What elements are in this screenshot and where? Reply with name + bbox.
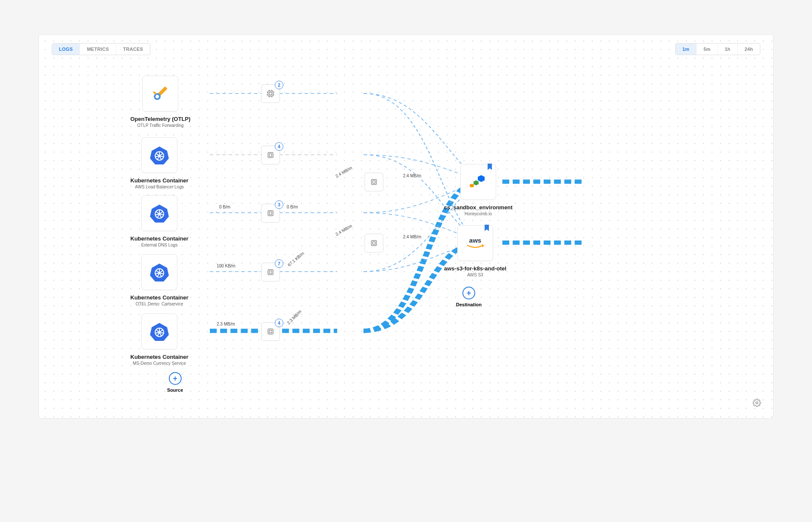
dest-title: cs_sandbox_environment (444, 204, 512, 211)
source-node[interactable]: OpenTelemetry (OTLP)OTLP Traffic Forward… (130, 76, 191, 128)
tab-metrics[interactable]: METRICS (79, 44, 116, 55)
svg-rect-63 (371, 240, 377, 246)
aggregator-node[interactable] (365, 234, 383, 252)
processor-badge: 2 (275, 81, 283, 89)
processor-node[interactable]: 7 (261, 263, 280, 282)
svg-rect-55 (268, 211, 273, 216)
source-title: Kubernetes Container (130, 354, 188, 360)
svg-rect-57 (268, 270, 273, 275)
processor-badge: 4 (275, 319, 283, 327)
svg-marker-67 (470, 184, 474, 188)
svg-rect-64 (373, 242, 375, 244)
edge-label: 2.3 MB/m (216, 322, 236, 326)
processor-node[interactable]: 4 (261, 146, 280, 164)
edge-label: 0 B/m (218, 205, 231, 209)
tab-traces[interactable]: TRACES (116, 44, 150, 55)
timerange-24h[interactable]: 24h (737, 44, 760, 55)
timerange-1m[interactable]: 1m (676, 44, 697, 55)
svg-rect-56 (269, 212, 272, 214)
kubernetes-icon (149, 321, 170, 342)
processor-badge: 4 (275, 142, 283, 151)
svg-rect-59 (268, 329, 273, 334)
timerange-tabs: 1m5m1h24h (675, 43, 760, 55)
add-source[interactable]: + Source (167, 372, 183, 393)
kubernetes-icon (149, 262, 170, 282)
aws-icon: aws (464, 235, 487, 251)
edge-label: 2.4 MB/m (402, 235, 422, 239)
add-dest-label: Destination (456, 302, 482, 307)
svg-text:aws: aws (469, 237, 481, 244)
source-node[interactable]: Kubernetes ContainerMS-Demo Currency Ser… (130, 314, 188, 366)
add-destination[interactable]: + Destination (456, 287, 482, 307)
source-subtitle: OTEL Demo: Cartservice (130, 302, 188, 306)
source-subtitle: External DNS Logs (130, 243, 188, 247)
processor-badge: 3 (275, 200, 283, 209)
svg-rect-43 (268, 91, 273, 96)
kubernetes-icon (149, 145, 170, 165)
svg-marker-66 (474, 180, 479, 185)
source-node[interactable]: Kubernetes ContainerAWS Load Balancer Lo… (130, 137, 188, 189)
aggregator-node[interactable] (365, 173, 383, 191)
svg-rect-58 (269, 271, 272, 273)
pipeline-canvas-frame: LOGSMETRICSTRACES 1m5m1h24h (38, 34, 774, 419)
svg-rect-53 (268, 152, 273, 158)
source-title: Kubernetes Container (130, 294, 188, 301)
add-source-label: Source (167, 387, 183, 393)
source-title: OpenTelemetry (OTLP) (130, 116, 191, 122)
top-toolbar: LOGSMETRICSTRACES 1m5m1h24h (52, 43, 760, 55)
dest-title: aws-s3-for-k8s-and-otel (444, 265, 506, 272)
kubernetes-icon (149, 203, 170, 223)
svg-rect-54 (269, 154, 272, 156)
source-subtitle: AWS Load Balancer Logs (130, 185, 188, 189)
source-subtitle: MS-Demo Currency Service (130, 361, 188, 366)
plus-icon[interactable]: + (462, 287, 475, 299)
svg-rect-62 (373, 181, 375, 183)
source-title: Kubernetes Container (130, 177, 188, 184)
settings-button[interactable] (753, 399, 761, 409)
source-title: Kubernetes Container (130, 235, 188, 242)
edge-label: 100 KB/m (216, 264, 236, 268)
edge-label: 0 B/m (286, 205, 299, 209)
edge-label: 2.4 MB/m (402, 173, 422, 178)
dest-subtitle: AWS S3 (444, 273, 506, 277)
processor-node[interactable]: 2 (261, 84, 280, 103)
source-node[interactable]: Kubernetes ContainerExternal DNS Logs (130, 195, 188, 247)
svg-rect-44 (269, 92, 272, 95)
signal-tabs: LOGSMETRICSTRACES (52, 43, 150, 55)
processor-node[interactable]: 3 (261, 204, 280, 223)
bookmark-icon (487, 164, 492, 172)
processor-node[interactable]: 4 (261, 322, 280, 341)
svg-marker-65 (478, 175, 485, 182)
svg-rect-60 (269, 330, 272, 333)
svg-point-69 (756, 402, 758, 404)
destination-node[interactable]: cs_sandbox_environmentHoneycomb.io (444, 164, 512, 216)
opentelemetry-icon (149, 82, 171, 105)
source-node[interactable]: Kubernetes ContainerOTEL Demo: Cartservi… (130, 254, 188, 306)
canvas[interactable]: 0 B/m 0 B/m 100 KB/m 67.1 KB/m 2.3 MB/m … (39, 35, 773, 418)
honeycomb-icon (468, 173, 489, 191)
dest-subtitle: Honeycomb.io (444, 211, 512, 216)
processor-badge: 7 (275, 259, 283, 268)
svg-rect-61 (371, 179, 377, 185)
destination-node[interactable]: aws aws-s3-for-k8s-and-otelAWS S3 (444, 225, 506, 277)
tab-logs[interactable]: LOGS (52, 44, 79, 55)
bookmark-icon (484, 225, 489, 233)
timerange-1h[interactable]: 1h (718, 44, 737, 55)
timerange-5m[interactable]: 5m (696, 44, 718, 55)
source-subtitle: OTLP Traffic Forwarding (130, 123, 191, 128)
plus-icon[interactable]: + (169, 372, 182, 385)
